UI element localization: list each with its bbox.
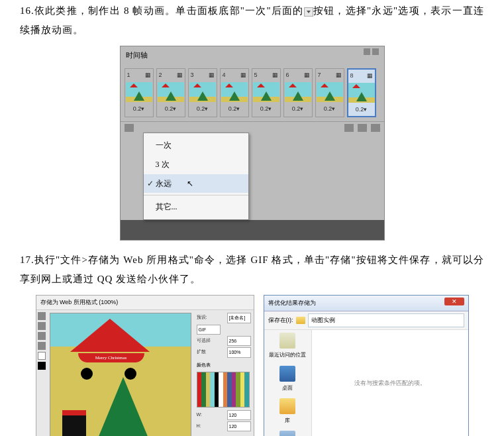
menu-once[interactable]: 一次 [144, 136, 248, 155]
new-frame-icon[interactable] [358, 124, 367, 132]
computer-icon [279, 431, 295, 436]
win-body: 最近访问的位置 桌面 库 计算机 网络 [264, 330, 468, 436]
frame-6[interactable]: 6▦ 0.2▾ [283, 68, 313, 117]
save-for-web-dialog: 存储为 Web 所用格式 (100%) Merry Christmas [36, 295, 254, 436]
desktop-label: 桌面 [282, 383, 293, 393]
color-table[interactable] [197, 372, 250, 408]
height-field[interactable]: 120 [227, 421, 251, 431]
hand-tool-icon[interactable] [38, 312, 46, 320]
timeline-title: 时间轴 [126, 48, 148, 62]
recent-label: 最近访问的位置 [269, 350, 306, 360]
win-sidebar: 最近访问的位置 桌面 库 计算机 网络 [264, 330, 312, 436]
colors-field[interactable]: 256 [227, 336, 251, 346]
loop-button[interactable] [125, 124, 134, 132]
frame-thumb [348, 83, 375, 103]
desktop-icon [279, 366, 295, 382]
sidebar-recent[interactable]: 最近访问的位置 [267, 333, 309, 360]
frame-num: 5 [254, 70, 258, 81]
file-list-area[interactable]: 没有与搜索条件匹配的项。 [312, 330, 468, 436]
dither-field[interactable]: 100% [227, 347, 251, 357]
recent-icon [279, 333, 295, 349]
slice-tool-icon[interactable] [38, 322, 46, 330]
frame-menu-icon: ▦ [209, 70, 215, 81]
frame-7[interactable]: 7▦ 0.2▾ [315, 68, 344, 117]
menu-three[interactable]: 3 次 [144, 155, 248, 174]
dither-label: 可选择 [197, 336, 211, 346]
frame-3[interactable]: 3▦ 0.2▾ [188, 68, 217, 117]
frame-thumb [253, 82, 279, 102]
menu-separator [144, 195, 248, 195]
color-swatch[interactable] [38, 352, 46, 360]
menu-other[interactable]: 其它... [144, 197, 248, 217]
zoom-tool-icon[interactable] [38, 332, 46, 340]
preset-label: 预设: [197, 313, 207, 323]
cursor-icon: ↖ [187, 176, 193, 191]
timeline-panel: 时间轴 1▦ 0.2▾ 2▦ 0.2▾ 3▦ 0.2▾ 4▦ 0.2▾ 5▦ [120, 46, 385, 241]
frame-thumb [189, 82, 216, 102]
frame-menu-icon: ▦ [272, 70, 278, 81]
frame-num: 6 [286, 70, 289, 81]
frame-delay[interactable]: 0.2▾ [125, 103, 153, 115]
check-icon: ✓ [147, 176, 154, 191]
frame-menu-icon: ▦ [304, 70, 310, 81]
frame-num: 8 [350, 70, 354, 82]
eyedropper-tool-icon[interactable] [38, 342, 46, 350]
merry-christmas-banner: Merry Christmas [78, 353, 144, 362]
panel-header-controls [364, 48, 379, 62]
lossy-label: 扩散 [197, 347, 206, 357]
sfw-canvas: Merry Christmas [50, 313, 191, 436]
win-location-bar: 保存在(I): 动图实例 [264, 311, 468, 330]
frame-8-selected[interactable]: 8▦ 0.2▾ [347, 68, 376, 117]
panel-collapse-icon[interactable] [364, 48, 370, 55]
frame-menu-icon: ▦ [177, 70, 183, 81]
path-select[interactable]: 动图实例 [308, 313, 464, 327]
frame-thumb [126, 82, 152, 102]
height-label: H: [197, 421, 201, 431]
format-select[interactable]: GIF [197, 325, 221, 335]
frame-delay[interactable]: 0.2▾ [252, 103, 280, 115]
menu-forever[interactable]: ✓ 永远 ↖ [144, 174, 248, 193]
dialogs-row: 存储为 Web 所用格式 (100%) Merry Christmas [20, 295, 484, 436]
sidebar-desktop[interactable]: 桌面 [267, 366, 309, 393]
frame-num: 7 [318, 70, 321, 81]
preset-select[interactable]: [未命名] [227, 313, 251, 323]
frames-row: 1▦ 0.2▾ 2▦ 0.2▾ 3▦ 0.2▾ 4▦ 0.2▾ 5▦ 0.2▾ … [121, 64, 384, 121]
frame-delay[interactable]: 0.2▾ [189, 103, 217, 115]
color-swatch-black[interactable] [38, 362, 46, 370]
frame-num: 2 [159, 70, 162, 81]
frame-menu-icon: ▦ [367, 70, 373, 82]
sfw-tools [36, 310, 47, 436]
frame-delay[interactable]: 0.2▾ [157, 103, 185, 115]
step17-paragraph: 17.执行"文件>存储为 Web 所用格式"命令，选择 GIF 格式，单击"存储… [20, 250, 484, 288]
panel-menu-icon[interactable] [372, 48, 379, 55]
frame-delay[interactable]: 0.2▾ [284, 103, 312, 115]
frame-delay[interactable]: 0.2▾ [348, 103, 375, 116]
frame-thumb [317, 82, 343, 102]
frame-2[interactable]: 2▦ 0.2▾ [156, 68, 185, 117]
path-label: 保存在(I): [268, 315, 293, 326]
tween-icon[interactable] [344, 124, 354, 132]
frame-thumb [158, 82, 184, 102]
delete-frame-icon[interactable] [371, 124, 380, 132]
frame-num: 3 [191, 70, 194, 81]
frame-num: 1 [127, 70, 130, 81]
frame-thumb [285, 82, 311, 102]
frame-menu-icon: ▦ [240, 70, 246, 81]
sfw-preview: Merry Christmas GIF 100% R:- G:- B:- [47, 310, 194, 436]
win-titlebar: 将优化结果存储为 ✕ [264, 296, 468, 311]
dropdown-icon [304, 7, 313, 17]
frame-delay[interactable]: 0.2▾ [221, 103, 248, 115]
frame-menu-icon: ▦ [145, 70, 151, 81]
frame-delay[interactable]: 0.2▾ [316, 103, 344, 115]
color-table-label: 颜色表 [197, 360, 251, 369]
frame-1[interactable]: 1▦ 0.2▾ [125, 68, 154, 117]
folder-icon [296, 317, 305, 324]
library-icon [279, 398, 295, 414]
width-field[interactable]: 120 [227, 410, 251, 420]
frame-4[interactable]: 4▦ 0.2▾ [220, 68, 249, 117]
sidebar-library[interactable]: 库 [267, 398, 309, 425]
empty-message: 没有与搜索条件匹配的项。 [354, 378, 426, 389]
sidebar-computer[interactable]: 计算机 [267, 431, 309, 436]
frame-5[interactable]: 5▦ 0.2▾ [252, 68, 281, 117]
close-button[interactable]: ✕ [444, 298, 464, 305]
